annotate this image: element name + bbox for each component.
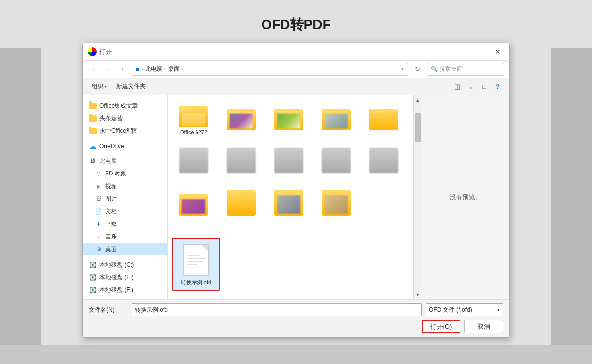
sidebar-label: 本地磁盘 (E:) bbox=[99, 273, 134, 282]
sidebar-item-toutiao[interactable]: 头条运营 bbox=[83, 112, 167, 125]
organize-button[interactable]: 组织 ▾ bbox=[88, 81, 111, 92]
chrome-icon bbox=[88, 47, 97, 56]
file-item-14[interactable] bbox=[314, 185, 358, 223]
sidebar-item-thispc[interactable]: 🖥 此电脑 bbox=[83, 155, 167, 167]
sidebar-item-docs[interactable]: 📄 文档 bbox=[83, 205, 167, 218]
file-label-ofd: 转换示例.ofd bbox=[181, 279, 211, 286]
pictures-icon: 🖼 bbox=[95, 195, 102, 203]
sidebar-item-yongzhong[interactable]: 永中Office配图 bbox=[83, 125, 167, 137]
sidebar-item-music[interactable]: ♪ 音乐 bbox=[83, 230, 167, 243]
sidebar-item-e-drive[interactable]: 💽 本地磁盘 (E:) bbox=[83, 271, 167, 284]
scrollbar-thumb[interactable] bbox=[415, 113, 421, 142]
organize-arrow-icon: ▾ bbox=[105, 84, 107, 89]
file-item-12[interactable] bbox=[219, 185, 263, 223]
scroll-down-button[interactable]: ▼ bbox=[414, 291, 422, 298]
up-button[interactable]: ↑ bbox=[117, 63, 129, 75]
filename-input[interactable] bbox=[132, 303, 422, 316]
ofd-icon bbox=[181, 243, 211, 277]
sidebar-item-3d[interactable]: ⬡ 3D 对象 bbox=[83, 167, 167, 180]
bottom-buttons-row: 打开(O) 取消 bbox=[89, 320, 503, 333]
view-grid-button[interactable]: ◫ bbox=[451, 80, 463, 93]
file-item-9[interactable] bbox=[314, 142, 358, 181]
sidebar-item-downloads[interactable]: ⬇ 下载 bbox=[83, 218, 167, 230]
file-open-dialog: 打开 ✕ ‹ › ↑ ■ › 此电脑 › 桌面 › ▾ ↻ 🔍 搜索'桌面' bbox=[82, 43, 510, 338]
view-split-button[interactable]: □ bbox=[478, 80, 491, 93]
docs-icon: 📄 bbox=[95, 207, 102, 215]
address-bar[interactable]: ■ › 此电脑 › 桌面 › ▾ bbox=[132, 63, 408, 76]
search-placeholder: 搜索'桌面' bbox=[440, 65, 463, 73]
video-icon: ▶ bbox=[95, 182, 102, 190]
sidebar-label: OneDrive bbox=[99, 143, 124, 150]
downloads-icon: ⬇ bbox=[95, 220, 102, 228]
scroll-up-button[interactable]: ▲ bbox=[414, 96, 422, 104]
sidebar-label: 本地磁盘 (F:) bbox=[99, 286, 133, 294]
cloud-icon: ☁ bbox=[89, 142, 97, 150]
sidebar-label: 本地磁盘 (C:) bbox=[99, 261, 134, 269]
sidebar-label: 下载 bbox=[105, 220, 117, 228]
folder-thumbnail bbox=[179, 102, 208, 127]
filetype-select[interactable]: OFD 文件 (*.ofd) ▾ bbox=[426, 303, 503, 316]
sidebar-label: 永中Office配图 bbox=[99, 127, 138, 135]
file-item-6[interactable] bbox=[172, 142, 215, 181]
sidebar-label: 头条运营 bbox=[99, 114, 123, 123]
open-button[interactable]: 打开(O) bbox=[422, 320, 460, 333]
file-item-3[interactable] bbox=[267, 99, 311, 138]
preview-pane: 没有预览。 bbox=[422, 95, 509, 299]
sidebar-item-pictures[interactable]: 🖼 图片 bbox=[83, 192, 167, 205]
help-button[interactable]: ? bbox=[492, 80, 504, 93]
filename-row: 文件名(N): OFD 文件 (*.ofd) ▾ bbox=[89, 303, 503, 316]
file-area-scrollbar[interactable]: ▲ ▼ bbox=[413, 95, 422, 299]
cancel-button[interactable]: 取消 bbox=[464, 320, 503, 333]
file-item-10[interactable] bbox=[362, 142, 406, 181]
sidebar-label: 视频 bbox=[105, 182, 117, 190]
sidebar-item-onedrive[interactable]: ☁ OneDrive bbox=[83, 140, 167, 153]
file-item-ofd[interactable]: 转换示例.ofd bbox=[172, 238, 220, 291]
dialog-bottom: 文件名(N): OFD 文件 (*.ofd) ▾ 打开(O) 取消 bbox=[83, 299, 509, 337]
dialog-close-button[interactable]: ✕ bbox=[492, 46, 504, 58]
filename-label: 文件名(N): bbox=[89, 306, 128, 314]
file-item-office6272[interactable]: Office 6272 bbox=[172, 99, 215, 138]
file-item-2[interactable] bbox=[219, 99, 263, 138]
file-item-7[interactable] bbox=[219, 142, 263, 181]
sidebar-item-desktop[interactable]: 🖥 桌面 bbox=[83, 243, 167, 255]
file-item-4[interactable] bbox=[314, 99, 358, 138]
refresh-button[interactable]: ↻ bbox=[411, 63, 424, 76]
sidebar-item-f-drive[interactable]: 💽 本地磁盘 (F:) bbox=[83, 284, 167, 296]
file-label-office6272: Office 6272 bbox=[180, 129, 207, 135]
right-side-panel bbox=[551, 48, 592, 345]
search-box[interactable]: 🔍 搜索'桌面' bbox=[427, 63, 504, 76]
page-title: OFD转PDF bbox=[261, 16, 330, 34]
file-item-13[interactable] bbox=[267, 185, 311, 223]
folder-icon bbox=[89, 114, 97, 122]
sidebar-label: 音乐 bbox=[105, 233, 117, 241]
sidebar-label: 此电脑 bbox=[99, 157, 117, 165]
file-item-11[interactable] bbox=[172, 185, 215, 223]
folder-icon bbox=[89, 102, 97, 110]
address-dropdown-icon[interactable]: ▾ bbox=[401, 67, 404, 72]
back-button[interactable]: ‹ bbox=[88, 63, 99, 75]
view-buttons: ◫ ⌄ □ ? bbox=[451, 80, 504, 93]
view-dropdown-button[interactable]: ⌄ bbox=[464, 80, 477, 93]
file-item-8[interactable] bbox=[267, 142, 311, 181]
organize-toolbar: 组织 ▾ 新建文件夹 ◫ ⌄ □ ? bbox=[83, 78, 509, 95]
file-item-5[interactable] bbox=[362, 99, 406, 138]
sidebar-label: 桌面 bbox=[105, 245, 117, 253]
page-wrapper: OFD转PDF 打开 ✕ ‹ › ↑ ■ › 此电脑 › 桌面 › ▾ ↻ bbox=[0, 0, 592, 364]
address-desktop: 桌面 bbox=[168, 65, 180, 73]
sidebar-label: 3D 对象 bbox=[105, 170, 126, 178]
forward-button[interactable]: › bbox=[102, 63, 114, 75]
sidebar-item-video[interactable]: ▶ 视频 bbox=[83, 180, 167, 192]
3d-icon: ⬡ bbox=[95, 170, 102, 177]
address-separator1: › bbox=[141, 66, 143, 72]
music-icon: ♪ bbox=[95, 233, 102, 240]
drive-f-icon: 💽 bbox=[89, 286, 97, 294]
new-folder-button[interactable]: 新建文件夹 bbox=[113, 81, 149, 92]
sidebar: Office集成文章 头条运营 永中Office配图 bbox=[83, 95, 168, 299]
drive-e-icon: 💽 bbox=[89, 273, 97, 281]
sidebar-item-office[interactable]: Office集成文章 bbox=[83, 99, 167, 112]
sidebar-item-c-drive[interactable]: 💽 本地磁盘 (C:) bbox=[83, 258, 167, 271]
search-icon: 🔍 bbox=[431, 66, 438, 72]
drive-c-icon: 💽 bbox=[89, 261, 97, 269]
address-separator2: › bbox=[164, 66, 166, 72]
dialog-title: 打开 bbox=[99, 47, 492, 56]
